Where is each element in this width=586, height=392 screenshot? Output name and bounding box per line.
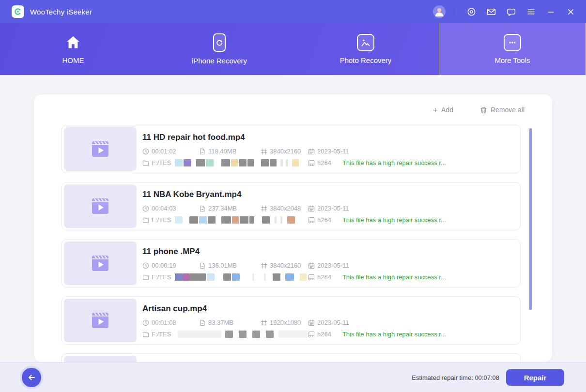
pixel-block	[189, 273, 198, 281]
video-thumbnail	[64, 356, 137, 362]
codec-icon	[308, 217, 315, 224]
pixel-block	[231, 159, 238, 166]
tab-photo-recovery[interactable]: Photo Recovery	[293, 23, 439, 75]
folder-icon	[142, 274, 149, 281]
file-row[interactable]: 11 HD repair hot food.mp4 00:01:02 118.4…	[62, 125, 521, 173]
pixel-block	[232, 216, 239, 224]
mail-icon[interactable]	[486, 7, 496, 16]
file-path: F:/TES	[142, 273, 308, 281]
file-icon	[199, 319, 206, 326]
tab-more-tools[interactable]: More Tools	[439, 23, 586, 75]
pixel-block	[261, 159, 269, 166]
pixel-block	[189, 216, 198, 224]
pixel-block	[198, 273, 206, 281]
repair-success-note: This file has a high repair success r...	[342, 159, 446, 166]
file-row[interactable]: Artisan cup.mp4 00:01:08 83.37MB 1920x10…	[62, 296, 521, 345]
pixel-block	[262, 216, 270, 224]
pixel-block	[280, 216, 282, 224]
calendar-icon	[308, 205, 315, 212]
file-row[interactable]: 11 phone .MP4 00:00:19 136.01MB 3840x216…	[62, 239, 521, 287]
pixel-block	[183, 273, 189, 281]
add-button-label: Add	[441, 106, 453, 114]
pixel-block	[275, 216, 277, 224]
file-duration: 00:00:19	[142, 262, 199, 269]
file-meta-row: 00:01:02 118.40MB 3840x2160 2023-05-11	[142, 148, 520, 155]
chat-icon[interactable]	[506, 7, 516, 16]
file-resolution: 3840x2160	[261, 148, 308, 155]
file-codec: h264 This file has a high repair success…	[308, 216, 520, 224]
content-panel: + Add Remove all 11 HD repair hot food.m…	[34, 94, 552, 362]
file-resolution: 3840x2160	[261, 262, 308, 269]
pixel-block	[239, 331, 247, 338]
iphone-recovery-icon	[213, 33, 226, 52]
scrollbar-thumb[interactable]	[529, 128, 532, 310]
file-row-partial[interactable]	[62, 353, 521, 362]
pixel-block	[240, 216, 248, 224]
pixel-block	[273, 273, 280, 281]
file-path-row: F:/TES h264 This file has a high repair …	[142, 273, 520, 281]
redacted-path-blocks	[175, 273, 307, 281]
pixel-block	[184, 159, 191, 166]
clock-icon	[142, 205, 149, 212]
pixel-block	[232, 273, 240, 281]
calendar-icon	[308, 319, 315, 326]
file-path-row: F:/TES h264 This file has a high repair …	[142, 331, 520, 338]
file-row[interactable]: 11 NBA Kobe Bryant.mp4 00:04:03 237.34MB…	[62, 182, 521, 230]
back-arrow-icon	[27, 373, 36, 382]
tab-more-tools-label: More Tools	[494, 56, 530, 64]
file-codec: h264 This file has a high repair success…	[308, 331, 520, 338]
codec-icon	[308, 160, 315, 166]
video-clapper-icon	[89, 311, 111, 330]
pixel-block	[178, 331, 221, 338]
tab-home[interactable]: HOME	[0, 23, 146, 75]
file-meta-row: 00:00:19 136.01MB 3840x2160 2023-05-11	[142, 262, 520, 269]
back-button[interactable]	[22, 368, 41, 387]
remove-all-button[interactable]: Remove all	[480, 106, 524, 114]
pixel-block	[225, 331, 233, 338]
repair-button[interactable]: Repair	[506, 369, 564, 386]
menu-icon[interactable]	[526, 7, 536, 16]
video-thumbnail	[64, 127, 137, 171]
trash-icon	[480, 106, 487, 114]
file-name: Artisan cup.mp4	[142, 304, 520, 314]
file-icon	[199, 262, 206, 269]
file-icon	[199, 148, 206, 155]
file-size: 118.40MB	[199, 148, 261, 155]
pixel-block	[207, 273, 215, 281]
file-path: F:/TES	[142, 331, 308, 338]
resolution-icon	[261, 205, 267, 212]
photo-recovery-icon	[357, 34, 374, 51]
file-list: 11 HD repair hot food.mp4 00:01:02 118.4…	[62, 125, 521, 362]
pixel-block	[199, 216, 207, 224]
pixel-block	[300, 273, 307, 281]
avatar[interactable]	[433, 5, 446, 18]
close-button[interactable]	[566, 7, 575, 16]
file-name: 11 NBA Kobe Bryant.mp4	[142, 190, 520, 199]
file-size: 136.01MB	[199, 262, 261, 269]
file-date: 2023-05-11	[308, 148, 520, 155]
file-icon	[199, 205, 206, 212]
tab-iphone-recovery-label: iPhone Recovery	[192, 57, 247, 65]
main-nav: HOME iPhone Recovery Photo Recovery More…	[0, 23, 586, 75]
file-info: 11 phone .MP4 00:00:19 136.01MB 3840x216…	[137, 240, 520, 287]
tab-iphone-recovery[interactable]: iPhone Recovery	[146, 23, 293, 75]
pixel-block	[221, 216, 231, 224]
resolution-icon	[261, 319, 267, 326]
video-clapper-icon	[89, 254, 111, 273]
pixel-block	[247, 159, 254, 166]
file-resolution: 3840x2048	[261, 205, 308, 212]
pixel-block	[264, 273, 266, 281]
pixel-block	[252, 273, 254, 281]
file-name: 11 HD repair hot food.mp4	[142, 133, 520, 142]
file-codec: h264 This file has a high repair success…	[308, 273, 520, 281]
file-info: 11 HD repair hot food.mp4 00:01:02 118.4…	[137, 125, 520, 173]
add-button[interactable]: + Add	[433, 106, 453, 114]
file-path-row: F:/TES h264 This file has a high repair …	[142, 216, 520, 224]
file-date: 2023-05-11	[308, 319, 520, 326]
titlebar: WooTechy iSeeker	[0, 0, 586, 23]
minimize-button[interactable]	[546, 7, 555, 16]
support-icon[interactable]	[466, 7, 476, 16]
pixel-block	[175, 273, 183, 281]
redacted-path-blocks	[175, 331, 308, 338]
file-path: F:/TES	[142, 159, 308, 166]
